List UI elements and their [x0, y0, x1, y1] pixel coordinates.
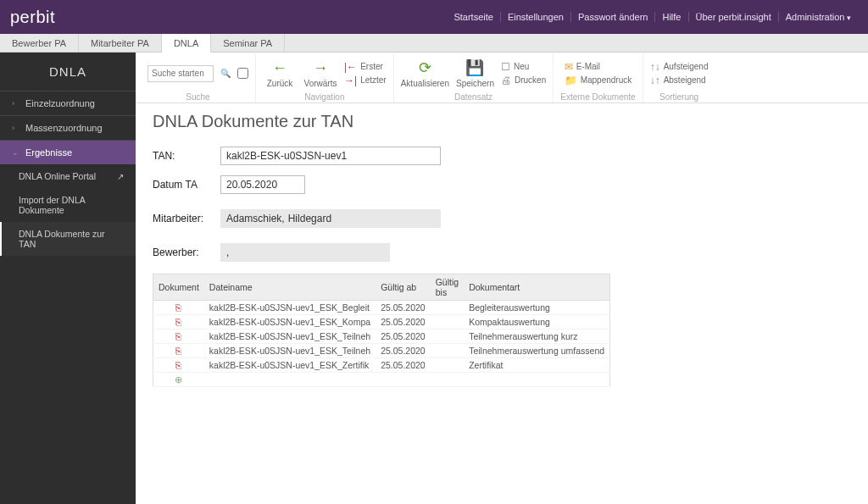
speichern-button[interactable]: 💾Speichern [456, 58, 494, 88]
mitarbeiter-field: Adamschiek, Hildegard [220, 209, 441, 228]
nav-ueber[interactable]: Über perbit.insight [689, 12, 779, 22]
tab-dnla[interactable]: DNLA [162, 34, 211, 53]
cell-gueltig-bis [431, 315, 464, 330]
pdf-icon[interactable]: ⎘ [153, 344, 204, 358]
nav-zurueck-button[interactable]: ←Zurück [263, 59, 297, 88]
table-row-empty: ⊕ [153, 373, 610, 387]
cell-gueltig-ab: 25.05.2020 [376, 315, 431, 330]
sidebar-item-label: Import der DNLA Dokumente [19, 195, 124, 215]
document-table: Dokument Dateiname Gültig ab Gültig bis … [153, 274, 610, 387]
table-row[interactable]: ⎘kakl2B-ESK-u0SJSN-uev1_ESK_Teilneh25.05… [153, 330, 610, 344]
sidebar-item-einzelzuordnung[interactable]: › Einzelzuordnung [0, 91, 136, 115]
cell-dokumentart: Teilnehmerauswertung kurz [464, 330, 609, 344]
mail-icon: ✉ [565, 61, 573, 73]
drucken-button[interactable]: 🖨Drucken [501, 75, 546, 86]
aktualisieren-button[interactable]: ⟳Aktualisieren [401, 58, 449, 88]
email-button[interactable]: ✉E-Mail [565, 61, 632, 73]
cell-dateiname: kakl2B-ESK-u0SJSN-uev1_ESK_Teilneh [204, 330, 376, 344]
last-icon: →| [344, 75, 357, 86]
tab-bewerber[interactable]: Bewerber PA [0, 34, 79, 52]
cell-gueltig-ab: 25.05.2020 [376, 301, 431, 315]
datum-field[interactable]: 20.05.2020 [220, 175, 305, 194]
ribbon-group-datensatz: ⟳Aktualisieren 💾Speichern ☐Neu 🖨Drucken … [394, 54, 554, 102]
ribbon-group-label: Datensatz [454, 92, 492, 102]
nav-hilfe[interactable]: Hilfe [655, 12, 688, 22]
bewerber-field: , [220, 243, 390, 262]
sidebar-item-massenzuordnung[interactable]: › Massenzuordnung [0, 115, 136, 140]
sidebar-sub-import[interactable]: Import der DNLA Dokumente [0, 188, 136, 222]
th-gueltig-ab[interactable]: Gültig ab [376, 274, 431, 301]
nav-erster-button[interactable]: |←Erster [344, 61, 387, 73]
mitarbeiter-label: Mitarbeiter: [153, 213, 220, 224]
pdf-icon[interactable]: ⎘ [153, 330, 204, 344]
tab-mitarbeiter[interactable]: Mitarbeiter PA [79, 34, 162, 52]
cell-dateiname: kakl2B-ESK-u0SJSN-uev1_ESK_Kompa [204, 315, 376, 330]
sidebar-sub-portal[interactable]: DNLA Online Portal ↗ [0, 164, 136, 188]
cell-gueltig-bis [431, 301, 464, 315]
sidebar-item-label: Ergebnisse [25, 147, 72, 158]
tan-field[interactable]: kakl2B-ESK-u0SJSN-uev1 [220, 147, 441, 165]
nav-passwort[interactable]: Passwort ändern [571, 12, 656, 22]
sidebar: DNLA › Einzelzuordnung › Massenzuordnung… [0, 53, 136, 504]
cell-dokumentart: Begleiterauswertung [464, 301, 609, 315]
sidebar-item-ergebnisse[interactable]: ⌄ Ergebnisse [0, 140, 136, 164]
pdf-icon[interactable]: ⎘ [153, 301, 204, 315]
tan-label: TAN: [153, 150, 220, 162]
top-bar: perbit Startseite Einstellungen Passwort… [0, 0, 868, 34]
aufsteigend-button[interactable]: ↑↓Aufsteigend [650, 61, 709, 73]
table-row[interactable]: ⎘kakl2B-ESK-u0SJSN-uev1_ESK_Zertifik25.0… [153, 358, 610, 373]
sort-desc-icon: ↓↑ [650, 75, 660, 86]
sort-asc-icon: ↑↓ [650, 61, 660, 73]
sidebar-sub-dokumente[interactable]: DNLA Dokumente zur TAN [0, 222, 136, 256]
ribbon: 🔍 Suche ←Zurück →Vorwärts |←Erster →|Let… [136, 53, 868, 103]
th-gueltig-bis[interactable]: Gültig bis [431, 274, 464, 301]
table-row[interactable]: ⎘kakl2B-ESK-u0SJSN-uev1_ESK_Kompa25.05.2… [153, 315, 610, 330]
ribbon-group-externe: ✉E-Mail 📁Mappendruck Externe Dokumente [554, 54, 643, 102]
chevron-down-icon: ⌄ [12, 148, 20, 157]
nav-einstellungen[interactable]: Einstellungen [501, 12, 571, 22]
sidebar-item-label: DNLA Online Portal [19, 171, 96, 181]
cell-gueltig-ab: 25.05.2020 [376, 344, 431, 358]
search-icon[interactable]: 🔍 [220, 69, 231, 78]
nav-administration[interactable]: Administration [779, 12, 858, 22]
sidebar-item-label: DNLA Dokumente zur TAN [19, 229, 124, 249]
new-icon: ☐ [501, 61, 510, 73]
nav-vorwaerts-button[interactable]: →Vorwärts [303, 59, 337, 88]
chevron-right-icon: › [12, 124, 20, 132]
ribbon-group-suche: 🔍 Suche [141, 54, 256, 102]
sidebar-item-label: Massenzuordnung [25, 123, 103, 133]
absteigend-button[interactable]: ↓↑Absteigend [650, 75, 709, 86]
ribbon-group-sortierung: ↑↓Aufsteigend ↓↑Absteigend Sortierung [643, 54, 715, 102]
first-icon: |← [344, 61, 357, 73]
top-nav: Startseite Einstellungen Passwort ändern… [447, 12, 858, 22]
pdf-icon[interactable]: ⎘ [153, 358, 204, 373]
cell-gueltig-bis [431, 344, 464, 358]
nav-letzter-button[interactable]: →|Letzter [344, 75, 387, 86]
cell-dateiname: kakl2B-ESK-u0SJSN-uev1_ESK_Begleit [204, 301, 376, 315]
cell-dokumentart: Kompaktauswertung [464, 315, 609, 330]
search-input[interactable] [147, 65, 214, 82]
ribbon-group-label: Navigation [304, 92, 344, 102]
external-link-icon: ↗ [117, 172, 124, 181]
search-checkbox[interactable] [237, 68, 248, 79]
th-dokumentart[interactable]: Dokumentart [464, 274, 609, 301]
table-row[interactable]: ⎘kakl2B-ESK-u0SJSN-uev1_ESK_Teilneh25.05… [153, 344, 610, 358]
ribbon-group-label: Externe Dokumente [560, 92, 635, 102]
neu-button[interactable]: ☐Neu [501, 61, 546, 73]
nav-startseite[interactable]: Startseite [447, 12, 500, 22]
ribbon-group-navigation: ←Zurück →Vorwärts |←Erster →|Letzter Nav… [256, 54, 394, 102]
mitarbeiter-firstname: Hildegard [288, 213, 331, 224]
cell-gueltig-bis [431, 330, 464, 344]
table-row[interactable]: ⎘kakl2B-ESK-u0SJSN-uev1_ESK_Begleit25.05… [153, 301, 610, 315]
chevron-right-icon: › [12, 99, 20, 108]
arrow-right-icon: → [313, 59, 328, 77]
brand-logo: perbit [10, 8, 55, 27]
mappendruck-button[interactable]: 📁Mappendruck [565, 75, 632, 86]
sidebar-item-label: Einzelzuordnung [25, 98, 95, 108]
doc-add-icon[interactable]: ⊕ [153, 373, 204, 387]
th-dokument[interactable]: Dokument [153, 274, 204, 301]
pdf-icon[interactable]: ⎘ [153, 315, 204, 330]
th-dateiname[interactable]: Dateiname [204, 274, 376, 301]
tab-seminar[interactable]: Seminar PA [211, 34, 285, 52]
main-area: 🔍 Suche ←Zurück →Vorwärts |←Erster →|Let… [136, 53, 868, 504]
